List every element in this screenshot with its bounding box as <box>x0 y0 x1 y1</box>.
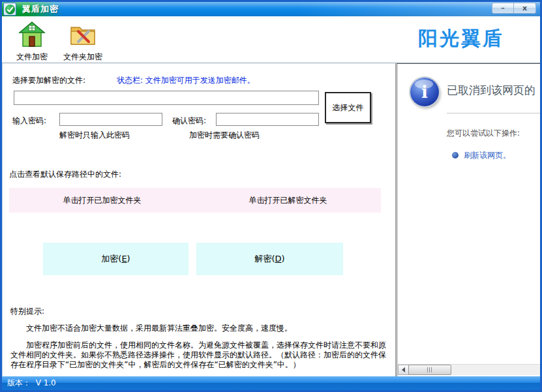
error-suggestion-intro: 您可以尝试以下操作: <box>447 128 520 139</box>
toolbar-folder-encrypt-label: 文件夹加密 <box>59 52 106 63</box>
info-icon: i <box>410 78 439 106</box>
encrypt-button-text: 加密( <box>101 254 121 264</box>
confirm-password-input[interactable] <box>216 113 319 126</box>
toolbar-folder-encrypt[interactable]: 文件夹加密 <box>59 22 106 63</box>
close-button[interactable]: x <box>514 3 536 14</box>
brand-logo: 阳光翼盾 <box>418 25 535 52</box>
green-check-ball-icon <box>5 5 15 14</box>
toolbar-file-encrypt-label: 文件加密 <box>8 52 55 63</box>
default-path-caption: 点击查看默认保存路径中的文件: <box>9 169 121 180</box>
confirm-hint: 加密时需要确认密码 <box>189 130 260 141</box>
encrypt-button-text-close: ) <box>127 254 130 264</box>
file-path-input[interactable] <box>14 91 319 105</box>
decrypt-button-text: 解密( <box>254 254 275 264</box>
password-hint: 解密时只输入此密码 <box>59 130 130 141</box>
refresh-page-link[interactable]: 刷新该网页。 <box>464 150 511 161</box>
password-label: 输入密码: <box>12 115 46 127</box>
house-icon <box>18 22 46 48</box>
statusbar: 版本： V 1.0 <box>2 376 540 390</box>
app-check-icon[interactable] <box>3 3 16 16</box>
window-controls: – x <box>492 3 536 14</box>
toolbar: 文件加密 文件夹加密 阳光翼盾 <box>2 16 540 63</box>
file-select-label: 选择要加解密的文件: <box>12 75 85 86</box>
scrollbar-grip-icon <box>427 367 433 372</box>
choose-file-button[interactable]: 选择文件 <box>325 92 371 123</box>
decrypt-hotkey: D <box>275 254 281 264</box>
bullet-icon <box>452 152 459 158</box>
horizontal-scrollbar[interactable] <box>398 364 540 375</box>
decrypt-button[interactable]: 解密(D) <box>196 243 343 275</box>
decrypt-button-text-close: ) <box>282 254 285 264</box>
tips-paragraph-2: 加密程序加密前后的文件，使用相同的文件名称。为避免源文件被覆盖，选择保存文件时请… <box>10 340 386 370</box>
confirm-label: 确认密码: <box>172 115 206 127</box>
browser-panel: i 已取消到该网页的 您可以尝试以下操作: 刷新该网页。 <box>397 63 540 376</box>
folder-links-bar: 单击打开已加密文件夹 单击打开已解密文件夹 <box>9 188 381 213</box>
folder-tools-icon <box>69 22 97 48</box>
tips-paragraph-1: 文件加密不适合加密大量数据，采用最新算法重叠加密。安全度高，速度慢。 <box>10 324 386 333</box>
minimize-button[interactable]: – <box>492 3 514 14</box>
error-heading: 已取消到该网页的 <box>447 83 535 98</box>
error-divider <box>447 113 540 113</box>
content-area: 选择要加解密的文件: 状态栏: 文件加密可用于发送加密邮件。 选择文件 输入密码… <box>2 63 540 376</box>
window-title: 翼盾加密 <box>22 2 59 16</box>
titlebar: 翼盾加密 – x <box>2 2 540 16</box>
version-label: 版本： V 1.0 <box>7 378 56 387</box>
encrypt-hotkey: E <box>121 254 127 264</box>
status-note: 状态栏: 文件加密可用于发送加密邮件。 <box>117 75 255 86</box>
open-encrypted-folder-link[interactable]: 单击打开已加密文件夹 <box>9 188 195 213</box>
toolbar-file-encrypt[interactable]: 文件加密 <box>8 22 55 63</box>
encrypt-button[interactable]: 加密(E) <box>43 243 188 275</box>
tips-block: 特别提示: 文件加密不适合加密大量数据，采用最新算法重叠加密。安全度高，速度慢。… <box>10 307 386 370</box>
tips-title: 特别提示: <box>10 307 386 316</box>
scroll-left-arrow-icon[interactable] <box>398 365 409 375</box>
password-input[interactable] <box>59 113 162 126</box>
open-decrypted-folder-link[interactable]: 单击打开已解密文件夹 <box>195 188 381 213</box>
scrollbar-thumb[interactable] <box>408 365 451 375</box>
app-window: 翼盾加密 – x 文件加密 <box>0 0 542 392</box>
main-panel: 选择要加解密的文件: 状态栏: 文件加密可用于发送加密邮件。 选择文件 输入密码… <box>2 63 396 376</box>
